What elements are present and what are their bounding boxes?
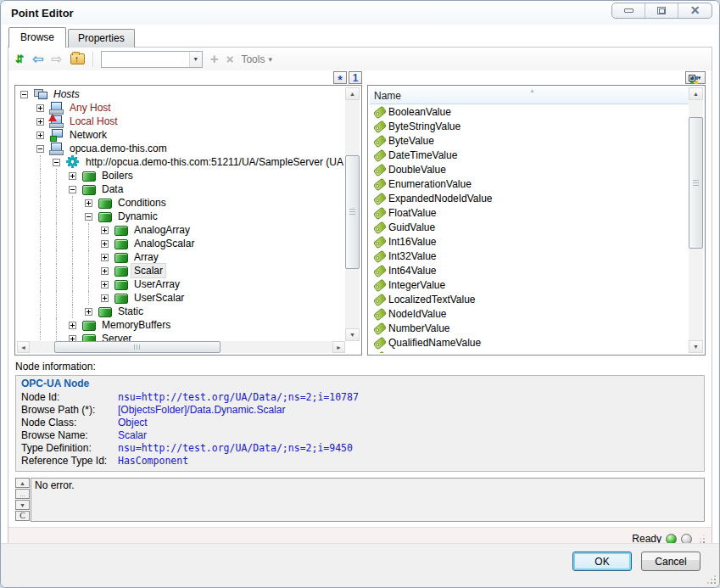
tree-vscroll-thumb[interactable] xyxy=(345,155,360,270)
expand-icon[interactable] xyxy=(98,250,114,264)
tree-item-label[interactable]: Scalar xyxy=(131,264,165,277)
add-icon[interactable]: + xyxy=(210,52,219,66)
tree-item-label[interactable]: AnalogArray xyxy=(131,223,193,237)
list-item[interactable]: LocalizedTextValue xyxy=(370,292,689,306)
tree-item-label[interactable]: opcua.demo-this.com xyxy=(67,142,170,155)
list-item[interactable]: ByteValue xyxy=(370,133,689,148)
list-item[interactable]: NumberValue xyxy=(370,321,689,335)
error-up-button[interactable]: ▲ xyxy=(15,478,30,488)
collapse-icon[interactable] xyxy=(65,182,81,196)
expand-icon[interactable] xyxy=(65,169,81,182)
tools-menu-button[interactable]: Tools ▾ xyxy=(241,53,272,65)
list-item[interactable]: FloatValue xyxy=(370,205,689,220)
tree-item[interactable]: Data xyxy=(17,182,347,196)
tree-item-label[interactable]: UserScalar xyxy=(131,291,187,305)
list-item[interactable]: NodeIdValue xyxy=(370,306,689,321)
tree-item-label[interactable]: Any Host xyxy=(67,101,114,115)
scroll-up-icon[interactable]: ▲ xyxy=(689,87,703,100)
expand-icon[interactable] xyxy=(33,128,49,142)
tree-item[interactable]: Hosts xyxy=(17,87,347,101)
collapse-icon[interactable] xyxy=(17,87,33,101)
tree-item-label[interactable]: Local Host xyxy=(67,115,120,128)
list-item[interactable]: QualifiedNameValue xyxy=(370,335,689,350)
tree-item[interactable]: UserArray xyxy=(17,277,347,291)
tree-vscroll-track[interactable] xyxy=(345,100,360,328)
list-item[interactable]: GuidValue xyxy=(370,220,689,234)
list-item[interactable]: ExpandedNodeIdValue xyxy=(370,191,689,205)
expand-icon[interactable] xyxy=(81,196,98,210)
list-item[interactable]: Int16Value xyxy=(370,234,689,249)
tree-item[interactable]: Scalar xyxy=(17,264,347,277)
minimize-button[interactable] xyxy=(612,3,645,18)
tree-item[interactable]: Local Host xyxy=(17,115,347,128)
expand-icon[interactable] xyxy=(33,115,49,128)
expand-all-button[interactable]: * xyxy=(333,71,347,84)
list-item[interactable]: BooleanValue xyxy=(370,104,689,119)
expand-icon[interactable] xyxy=(98,291,114,305)
tree-item[interactable]: Boilers xyxy=(17,169,347,182)
tree-hscroll-track[interactable] xyxy=(30,341,332,353)
scroll-left-icon[interactable]: ◄ xyxy=(17,341,30,353)
collapse-icon[interactable] xyxy=(49,155,65,169)
tree-item-label[interactable]: Boilers xyxy=(99,169,136,182)
tree-item[interactable]: Any Host xyxy=(17,101,347,115)
list-vertical-scrollbar[interactable]: ▲ ▼ xyxy=(689,87,703,353)
tree-item[interactable]: http://opcua.demo-this.com:51211/UA/Samp… xyxy=(17,155,347,169)
forward-icon[interactable]: ⇨ xyxy=(51,53,62,66)
tree-item[interactable]: Static xyxy=(17,305,347,318)
refresh-icon[interactable]: ⇆ xyxy=(14,54,25,64)
view-options-button[interactable]: ▾ xyxy=(685,71,706,84)
resize-grip[interactable] xyxy=(707,575,716,584)
tab-browse[interactable]: Browse xyxy=(8,27,66,48)
ok-button[interactable]: OK xyxy=(572,552,632,571)
tree-item[interactable]: AnalogArray xyxy=(17,223,347,237)
scroll-right-icon[interactable]: ► xyxy=(332,341,345,353)
tree-horizontal-scrollbar[interactable]: ◄ ► xyxy=(17,341,345,353)
tree-item-label[interactable]: Array xyxy=(131,250,161,264)
list-item[interactable]: EnumerationValue xyxy=(370,176,689,191)
scroll-down-icon[interactable]: ▼ xyxy=(689,340,703,353)
list-item[interactable]: DateTimeValue xyxy=(370,148,689,162)
tree-item[interactable]: opcua.demo-this.com xyxy=(17,142,347,155)
tree-item[interactable]: Array xyxy=(17,250,347,264)
error-down-button[interactable]: ▼ xyxy=(15,500,30,510)
tree-item-label[interactable]: UserArray xyxy=(131,277,182,291)
tree-item-label[interactable]: Conditions xyxy=(115,196,169,210)
tree-hscroll-thumb[interactable] xyxy=(54,341,220,353)
list-item[interactable]: ByteStringValue xyxy=(370,119,689,133)
tree-item-label[interactable]: http://opcua.demo-this.com:51211/UA/Samp… xyxy=(83,155,347,169)
list-item[interactable]: Int32Value xyxy=(370,249,689,263)
tree-item-label[interactable]: Hosts xyxy=(51,87,82,101)
scroll-up-icon[interactable]: ▲ xyxy=(345,87,360,100)
tree-item[interactable]: Network xyxy=(17,128,347,142)
expand-icon[interactable] xyxy=(98,237,114,250)
collapse-level-button[interactable]: 1 xyxy=(349,71,362,84)
tree-item[interactable]: MemoryBuffers xyxy=(17,318,347,332)
list-column-header-name[interactable]: Name ▲ xyxy=(370,87,689,104)
maximize-button[interactable] xyxy=(645,3,678,18)
tree-item-label[interactable]: Network xyxy=(67,128,109,142)
list-vscroll-track[interactable] xyxy=(689,100,703,340)
expand-icon[interactable] xyxy=(98,223,114,237)
tree-item-label[interactable]: Dynamic xyxy=(115,210,160,223)
scroll-down-icon[interactable]: ▼ xyxy=(345,328,360,341)
tree-vertical-scrollbar[interactable]: ▲ ▼ xyxy=(345,87,360,341)
address-combobox[interactable]: ▼ xyxy=(101,51,203,68)
tree-item[interactable]: Conditions xyxy=(17,196,347,210)
tree-item[interactable]: Dynamic xyxy=(17,210,347,223)
collapse-icon[interactable] xyxy=(33,142,49,155)
list-vscroll-thumb[interactable] xyxy=(689,117,703,249)
tree-item[interactable]: AnalogScalar xyxy=(17,237,347,250)
expand-icon[interactable] xyxy=(65,318,81,332)
combobox-dropdown-icon[interactable]: ▼ xyxy=(189,52,202,67)
expand-icon[interactable] xyxy=(33,101,49,115)
list-item[interactable]: SByteValue xyxy=(370,350,689,353)
tree-item-label[interactable]: Server xyxy=(99,332,134,341)
collapse-icon[interactable] xyxy=(81,210,98,223)
expand-icon[interactable] xyxy=(81,305,98,318)
list-item[interactable]: Int64Value xyxy=(370,263,689,277)
expand-icon[interactable] xyxy=(65,332,81,341)
error-copy-button[interactable]: C xyxy=(15,511,30,521)
tab-properties[interactable]: Properties xyxy=(68,29,135,48)
tree-item-label[interactable]: Data xyxy=(99,182,126,196)
